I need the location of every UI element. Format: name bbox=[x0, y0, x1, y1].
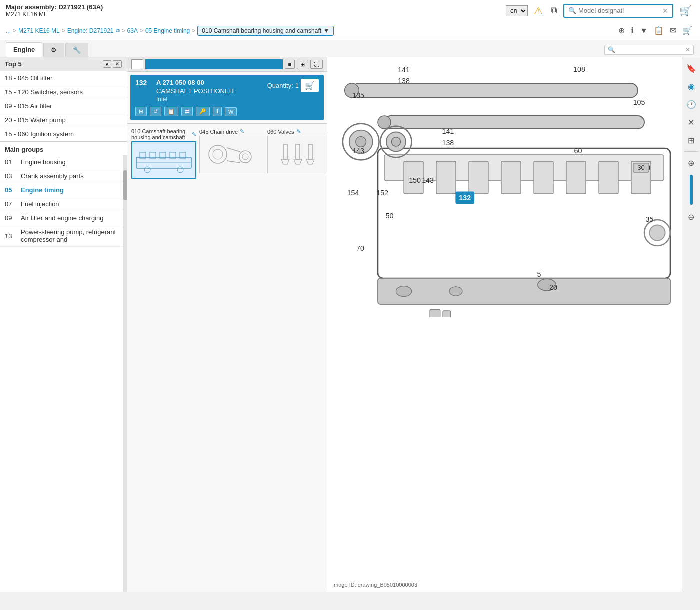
filter-tb-btn[interactable]: ▼ bbox=[638, 25, 650, 37]
rt-history-btn[interactable]: 🕐 bbox=[684, 96, 700, 112]
breadcrumb-dots[interactable]: ... bbox=[6, 27, 11, 34]
mg-label-13: Power-steering pump, refrigerant compres… bbox=[21, 228, 118, 243]
tab-tools[interactable]: 🔧 bbox=[66, 43, 88, 57]
tab-search-input[interactable] bbox=[616, 46, 686, 53]
export-tb-btn[interactable]: 📋 bbox=[652, 24, 666, 37]
svg-rect-39 bbox=[502, 161, 521, 194]
rt-zoom-in-btn[interactable]: ⊕ bbox=[684, 155, 700, 171]
model-subtitle: M271 KE16 ML bbox=[6, 11, 103, 18]
add-to-cart-btn[interactable]: 🛒 bbox=[301, 79, 319, 92]
part-doc-btn[interactable]: 📋 bbox=[164, 107, 178, 116]
tab-search-clear-icon[interactable]: ✕ bbox=[686, 46, 690, 53]
svg-rect-40 bbox=[534, 161, 554, 194]
mg-item-03[interactable]: 03 Crank assembly parts bbox=[0, 169, 123, 183]
thumb-060-img[interactable] bbox=[268, 136, 332, 173]
main-content: Top 5 ∧ ✕ 18 - 045 Oil filter 15 - 120 S… bbox=[0, 57, 700, 592]
part-name: CAMSHAFT POSITIONER bbox=[156, 87, 234, 95]
part-row-num: 132 bbox=[136, 79, 152, 87]
left-list-content: 01 Engine housing 03 Crank assembly part… bbox=[0, 155, 123, 592]
mg-num-13: 13 bbox=[5, 232, 17, 240]
breadcrumb-engine[interactable]: Engine: D271921 bbox=[68, 27, 114, 34]
mg-item-09[interactable]: 09 Air filter and engine charging bbox=[0, 211, 123, 225]
breadcrumb-current-item[interactable]: 010 Camshaft bearing housing and camshaf… bbox=[198, 26, 334, 36]
thumb-045-edit-icon[interactable]: ✎ bbox=[240, 128, 244, 135]
part-exchange-btn[interactable]: ⇄ bbox=[182, 107, 193, 116]
model-search-input[interactable] bbox=[578, 7, 662, 14]
svg-rect-10 bbox=[200, 137, 264, 172]
cart-button[interactable]: 🛒 bbox=[678, 4, 694, 18]
left-scrollbar[interactable] bbox=[123, 155, 127, 592]
thumb-010-svg bbox=[132, 142, 196, 178]
thumb-010-edit-icon[interactable]: ✎ bbox=[192, 131, 196, 138]
breadcrumb-63a[interactable]: 63A bbox=[128, 27, 138, 34]
breadcrumb-dropdown-icon: ▼ bbox=[324, 27, 330, 34]
part-grid-btn[interactable]: ⊞ bbox=[136, 107, 147, 116]
thumb-045-img[interactable] bbox=[200, 136, 264, 173]
top5-item-3[interactable]: 20 - 015 Water pump bbox=[0, 113, 127, 127]
part-refresh-btn[interactable]: ↺ bbox=[150, 107, 162, 116]
engine-copy-icon[interactable]: ⧉ bbox=[116, 27, 120, 34]
part-wiki-btn[interactable]: W bbox=[225, 107, 237, 116]
language-select[interactable]: en de fr bbox=[506, 5, 528, 16]
email-tb-btn[interactable]: ✉ bbox=[668, 24, 678, 37]
tab-engine[interactable]: Engine bbox=[6, 42, 42, 57]
top5-expand-btn[interactable]: ✕ bbox=[113, 60, 122, 68]
svg-rect-48 bbox=[430, 309, 440, 317]
major-assembly-title: Major assembly: D271921 (63A) bbox=[6, 3, 103, 11]
parts-grid-view-btn[interactable]: ⊞ bbox=[297, 60, 308, 69]
mg-item-01[interactable]: 01 Engine housing bbox=[0, 155, 123, 169]
thumb-060-edit-icon[interactable]: ✎ bbox=[296, 128, 301, 135]
svg-point-51 bbox=[650, 225, 665, 240]
rt-close-btn[interactable]: ✕ bbox=[684, 114, 700, 130]
part-quantity: Quantity: 1 🛒 bbox=[268, 79, 319, 92]
top5-collapse-btn[interactable]: ∧ bbox=[103, 60, 112, 68]
svg-text:135: 135 bbox=[352, 91, 364, 99]
mg-item-07[interactable]: 07 Fuel injection bbox=[0, 197, 123, 211]
mg-num-03: 03 bbox=[5, 172, 17, 180]
breadcrumb: ... > M271 KE16 ML > Engine: D271921 ⧉ >… bbox=[0, 21, 700, 40]
info-tb-btn[interactable]: ℹ bbox=[630, 24, 636, 37]
parts-list-view-btn[interactable]: ≡ bbox=[285, 60, 295, 69]
mg-label-05: Engine timing bbox=[21, 186, 64, 194]
part-details: A 271 050 08 00 CAMSHAFT POSITIONER Inle… bbox=[156, 79, 234, 103]
svg-text:143: 143 bbox=[352, 147, 364, 155]
breadcrumb-engine-timing[interactable]: 05 Engine timing bbox=[146, 27, 190, 34]
part-key-btn[interactable]: 🔑 bbox=[196, 107, 210, 116]
diagram-content: 132 141 138 135 108 105 141 138 143 143 … bbox=[328, 57, 682, 592]
svg-text:143: 143 bbox=[422, 176, 434, 184]
search-clear-icon[interactable]: ✕ bbox=[662, 7, 668, 15]
top5-header: Top 5 ∧ ✕ bbox=[0, 57, 127, 71]
svg-rect-41 bbox=[566, 161, 586, 194]
header: Major assembly: D271921 (63A) M271 KE16 … bbox=[0, 0, 700, 21]
rt-zoom-out-btn[interactable]: ⊖ bbox=[684, 209, 700, 225]
rt-bookmark-btn[interactable]: 🔖 bbox=[684, 60, 700, 76]
mg-item-13[interactable]: 13 Power-steering pump, refrigerant comp… bbox=[0, 225, 123, 247]
svg-text:70: 70 bbox=[356, 244, 364, 252]
parts-toolbar: ≡ ⊞ ⛶ bbox=[128, 57, 327, 72]
warning-button[interactable]: ⚠ bbox=[532, 4, 545, 18]
rt-grid-btn[interactable]: ⊞ bbox=[684, 132, 700, 148]
svg-rect-28 bbox=[384, 116, 644, 129]
breadcrumb-model[interactable]: M271 KE16 ML bbox=[18, 27, 60, 34]
top5-item-0[interactable]: 18 - 045 Oil filter bbox=[0, 71, 127, 85]
center-bottom: 010 Camshaft bearing housing and camshaf… bbox=[128, 123, 327, 183]
svg-point-32 bbox=[356, 137, 366, 147]
mg-item-05[interactable]: 05 Engine timing bbox=[0, 183, 123, 197]
part-info-btn[interactable]: ℹ bbox=[213, 107, 222, 116]
thumb-010-img[interactable] bbox=[132, 141, 196, 179]
tab-settings[interactable]: ⚙ bbox=[44, 43, 64, 57]
cart-tb-btn[interactable]: 🛒 bbox=[681, 24, 694, 37]
svg-point-46 bbox=[450, 287, 462, 296]
thumb-010: 010 Camshaft bearing housing and camshaf… bbox=[132, 128, 196, 179]
top5-item-2[interactable]: 09 - 015 Air filter bbox=[0, 99, 127, 113]
svg-point-45 bbox=[396, 286, 412, 297]
left-scroll-area: 01 Engine housing 03 Crank assembly part… bbox=[0, 155, 127, 592]
copy-button[interactable]: ⧉ bbox=[549, 4, 560, 17]
top5-item-1[interactable]: 15 - 120 Switches, sensors bbox=[0, 85, 127, 99]
zoom-in-tb-btn[interactable]: ⊕ bbox=[617, 24, 626, 37]
parts-expand-btn[interactable]: ⛶ bbox=[310, 60, 323, 69]
top5-item-4[interactable]: 15 - 060 Ignition system bbox=[0, 127, 127, 141]
rt-circle-btn[interactable]: ◉ bbox=[684, 78, 700, 94]
svg-text:108: 108 bbox=[574, 65, 586, 73]
part-item-132: 132 A 271 050 08 00 CAMSHAFT POSITIONER … bbox=[130, 75, 324, 120]
